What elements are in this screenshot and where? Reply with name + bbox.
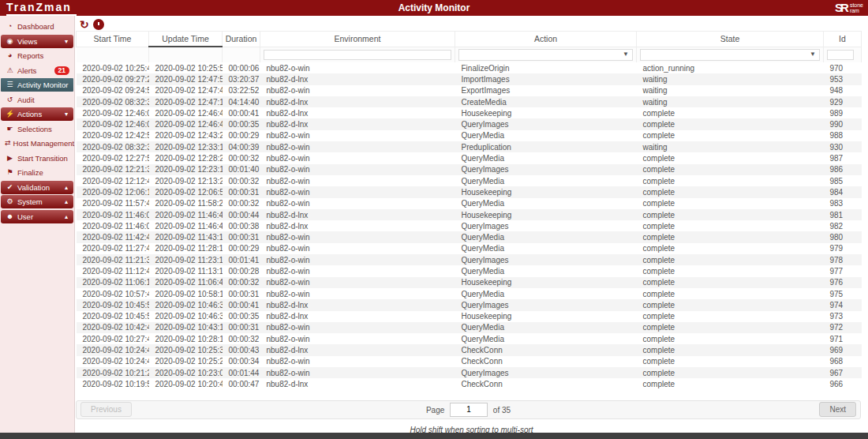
id-cell: 929 (824, 96, 862, 107)
start-time-cell: 2020-09-02 11:42:47 (77, 231, 149, 242)
table-row[interactable]: 2020-09-02 12:21:362020-09-02 12:23:1600… (77, 164, 862, 175)
refresh-icon[interactable]: ↻ (80, 20, 89, 29)
column-header-state[interactable]: State (637, 32, 824, 47)
table-row[interactable]: 2020-09-02 11:42:472020-09-02 11:43:1800… (77, 231, 862, 242)
table-row[interactable]: 2020-09-02 11:21:302020-09-02 11:23:1100… (77, 254, 862, 265)
column-header-id[interactable]: Id (824, 32, 862, 47)
table-row[interactable]: 2020-09-02 10:45:572020-09-02 10:46:3200… (77, 311, 862, 322)
state-cell: complete (637, 152, 824, 163)
sidebar-item-label: Start Transition (17, 152, 68, 165)
update-time-cell: 2020-09-02 11:58:20 (149, 198, 223, 209)
sidebar-item-label: Reports (17, 49, 43, 62)
table-row[interactable]: 2020-09-02 12:46:072020-09-02 12:46:4200… (77, 118, 862, 129)
sidebar-item-dashboard[interactable]: ◔Dashboard (1, 20, 73, 33)
table-row[interactable]: 2020-09-02 10:27:402020-09-02 10:28:1200… (77, 333, 862, 344)
table-row[interactable]: 2020-09-02 11:57:482020-09-02 11:58:2000… (77, 198, 862, 209)
column-header-update-time[interactable]: Update Time (149, 32, 223, 47)
update-time-cell: 2020-09-02 12:47:12 (149, 96, 223, 107)
sidebar-item-host-management[interactable]: ⇄Host Management (1, 137, 73, 150)
environment-cell: nbu82-o-win (260, 288, 455, 299)
state-filter-cell: ▼ (637, 47, 824, 62)
start-time-cell: 2020-09-02 09:24:51 (77, 85, 149, 96)
duration-cell: 00:00:32 (223, 152, 260, 163)
next-button[interactable]: Next (819, 402, 856, 417)
start-time-cell: 2020-09-02 10:27:40 (77, 333, 149, 344)
id-cell: 984 (824, 186, 862, 197)
sidebar-item-validation[interactable]: ✔Validation▴ (1, 181, 73, 194)
column-header-environment[interactable]: Environment (260, 32, 455, 47)
table-row[interactable]: 2020-09-02 11:27:462020-09-02 11:28:1500… (77, 243, 862, 254)
table-row[interactable]: 2020-09-02 09:24:512020-09-02 12:47:4303… (77, 85, 862, 96)
column-header-duration[interactable]: Duration (223, 32, 260, 47)
environment-cell: nbu82-o-win (260, 231, 455, 242)
table-row[interactable]: 2020-09-02 09:27:212020-09-02 12:47:5803… (77, 73, 862, 84)
sidebar-item-user[interactable]: ☻User▴ (1, 210, 73, 223)
environment-cell: nbu82-o-win (260, 333, 455, 344)
hand-pointer-icon: ☛ (5, 122, 15, 136)
table-row[interactable]: 2020-09-02 12:27:512020-09-02 12:28:2300… (77, 152, 862, 163)
state-filter-select[interactable]: ▼ (640, 49, 820, 61)
sidebar-item-reports[interactable]: ◕Reports (1, 49, 73, 62)
environment-cell: nbu82-d-lnx (260, 378, 455, 389)
table-row[interactable]: 2020-09-02 11:12:452020-09-02 11:13:1300… (77, 265, 862, 276)
app-header: TranZman Activity Monitor SR stone ram (0, 0, 868, 16)
duration-cell: 00:01:40 (223, 164, 260, 175)
id-filter-input[interactable] (827, 50, 854, 60)
chevron-up-icon: ▴ (65, 210, 68, 223)
sidebar-item-audit[interactable]: ↺Audit (1, 93, 73, 107)
sidebar-item-alerts[interactable]: ⚠Alerts21 (1, 64, 73, 77)
duration-cell: 00:00:31 (223, 186, 260, 197)
environment-cell: nbu82-d-lnx (260, 73, 455, 84)
sidebar-item-start-transition[interactable]: ▶Start Transition (1, 152, 73, 165)
table-row[interactable]: 2020-09-02 12:46:072020-09-02 12:46:4800… (77, 107, 862, 118)
table-row[interactable]: 2020-09-02 08:32:322020-09-02 12:47:1204… (77, 96, 862, 107)
table-row[interactable]: 2020-09-02 10:25:482020-09-02 10:25:5400… (77, 62, 862, 73)
sidebar-item-selections[interactable]: ☛Selections (1, 122, 73, 136)
table-row[interactable]: 2020-09-02 08:32:322020-09-02 12:33:1104… (77, 141, 862, 152)
id-cell: 973 (824, 311, 862, 322)
environment-cell: nbu82-o-win (260, 130, 455, 141)
table-row[interactable]: 2020-09-02 11:06:142020-09-02 11:06:4600… (77, 277, 862, 288)
table-row[interactable]: 2020-09-02 11:46:022020-09-02 11:46:4600… (77, 209, 862, 220)
duration-cell: 00:00:29 (223, 243, 260, 254)
clock-icon[interactable] (93, 19, 104, 30)
table-row[interactable]: 2020-09-02 11:46:022020-09-02 11:46:4000… (77, 220, 862, 231)
table-row[interactable]: 2020-09-02 10:19:582020-09-02 10:20:4500… (77, 378, 862, 389)
table-row[interactable]: 2020-09-02 12:42:522020-09-02 12:43:2100… (77, 130, 862, 141)
page-title: Activity Monitor (0, 2, 868, 13)
environment-cell: nbu82-o-win (260, 265, 455, 276)
chevron-down-icon: ▾ (65, 35, 68, 48)
column-header-start-time[interactable]: Start Time (77, 32, 149, 47)
environment-cell: nbu82-d-lnx (260, 311, 455, 322)
state-cell: complete (637, 367, 824, 378)
sidebar-item-activity-monitor[interactable]: ☰Activity Monitor (1, 78, 73, 92)
duration-cell: 00:00:29 (223, 130, 260, 141)
table-row[interactable]: 2020-09-02 12:06:192020-09-02 12:06:5000… (77, 186, 862, 197)
table-row[interactable]: 2020-09-02 10:24:482020-09-02 10:25:3100… (77, 344, 862, 355)
id-cell: 989 (824, 107, 862, 118)
sidebar-item-actions[interactable]: ⚡Actions▾ (1, 107, 73, 121)
action-cell: QueryMedia (455, 130, 637, 141)
environment-cell: nbu82-d-lnx (260, 96, 455, 107)
id-cell: 986 (824, 164, 862, 175)
column-header-action[interactable]: Action (455, 32, 637, 47)
table-row[interactable]: 2020-09-02 10:21:252020-09-02 10:23:0900… (77, 367, 862, 378)
table-row[interactable]: 2020-09-02 10:57:432020-09-02 10:58:1400… (77, 288, 862, 299)
sidebar-item-system[interactable]: ⚙System▴ (1, 195, 73, 208)
sidebar-item-views[interactable]: ◉Views▾ (1, 35, 73, 48)
sidebar-item-finalize[interactable]: ⚑Finalize (1, 166, 73, 179)
action-filter-select[interactable]: ▼ (458, 49, 633, 61)
page-input[interactable] (450, 403, 488, 417)
update-time-cell: 2020-09-02 10:25:22 (149, 356, 223, 367)
table-row[interactable]: 2020-09-02 12:12:492020-09-02 12:13:2100… (77, 175, 862, 186)
filter-row: ▼▼ (77, 47, 862, 62)
environment-filter-input[interactable] (264, 50, 451, 60)
start-time-cell: 2020-09-02 10:45:57 (77, 299, 149, 310)
update-time-cell: 2020-09-02 12:28:23 (149, 152, 223, 163)
environment-cell: nbu82-o-win (260, 85, 455, 96)
environment-cell: nbu82-d-lnx (260, 344, 455, 355)
table-row[interactable]: 2020-09-02 10:45:572020-09-02 10:46:3800… (77, 299, 862, 310)
table-row[interactable]: 2020-09-02 10:42:422020-09-02 10:43:1300… (77, 322, 862, 333)
update-time-cell: 2020-09-02 11:28:15 (149, 243, 223, 254)
table-row[interactable]: 2020-09-02 10:24:482020-09-02 10:25:2200… (77, 356, 862, 367)
